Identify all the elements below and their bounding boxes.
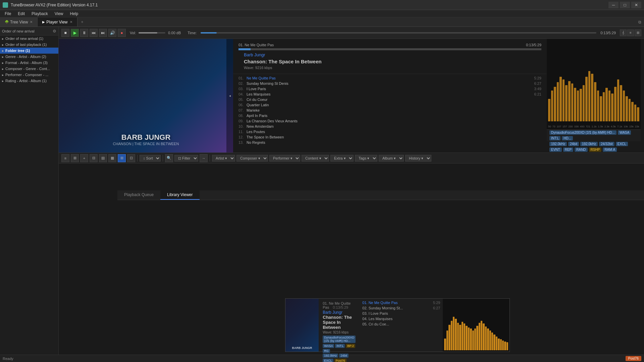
menu-file[interactable]: File xyxy=(1,11,14,17)
menu-help[interactable]: Help xyxy=(67,11,82,17)
track-dur-1: 6:27 xyxy=(534,81,541,85)
art-expand-icon[interactable]: ◂ xyxy=(229,94,231,98)
dsp-badge: DynaudioFocus200XD (1f1 (by AMR) HD... xyxy=(549,130,616,135)
volume-mute-button[interactable]: 🔊 xyxy=(108,29,116,37)
track-info: 01. Ne Me Quitte Pas 0:13/5:29 Barb Jung… xyxy=(233,39,547,74)
arrow-button[interactable]: → xyxy=(200,154,208,162)
track-scrollbar[interactable] xyxy=(641,39,644,153)
mini-spec-bar-1 xyxy=(446,330,448,350)
tree-items: ▸Order of new arrival (1)▸Order of last … xyxy=(0,36,58,84)
track-progress-bar[interactable] xyxy=(238,48,541,50)
track-artist-link[interactable]: Barb Jungr xyxy=(244,52,265,57)
tool-back-button[interactable]: ≡ xyxy=(61,154,69,162)
tool-tiles-button[interactable]: ⊞ xyxy=(118,154,126,162)
extra-buttons: 𝄞 ≡ ⊞ xyxy=(620,29,641,36)
vol-slider[interactable] xyxy=(139,32,165,34)
new-tab-button[interactable]: ＋ xyxy=(77,18,87,26)
spectrum-labels: 50731071572303364937211.1k1.5k2.3k4.5k7.… xyxy=(548,125,639,128)
composer-dropdown[interactable]: Composer ▾ xyxy=(236,155,268,162)
tool-list-button[interactable]: ▤ xyxy=(99,154,107,162)
tree-item-1[interactable]: ▸Order of last playback (1) xyxy=(0,42,58,48)
tree-item-7[interactable]: ▸Rating - Artist - Album (1) xyxy=(0,78,58,84)
track-row-10[interactable]: 11. Les Poutes xyxy=(233,129,547,134)
content-dropdown[interactable]: Content ▾ xyxy=(302,155,329,162)
tool-more-button[interactable]: ⊡ xyxy=(127,154,135,162)
extra-dropdown[interactable]: Extra ▾ xyxy=(330,155,354,162)
tool-add-button[interactable]: + xyxy=(80,154,88,162)
tree-item-5[interactable]: ▸Composer - Genre - Cont... xyxy=(0,66,58,72)
performer-dropdown[interactable]: Performer ▾ xyxy=(269,155,300,162)
tree-item-2[interactable]: ▸Folder tree (1) xyxy=(0,48,58,54)
track-row-3[interactable]: 04. Les Marquises 6:21 xyxy=(233,92,547,97)
filter-dropdown[interactable]: ⊡ Filter xyxy=(174,155,198,162)
time-slider[interactable] xyxy=(201,32,596,34)
album-dropdown[interactable]: Album ▾ xyxy=(379,155,404,162)
track-row-7[interactable]: 08. April In Paris xyxy=(233,113,547,118)
artist-dropdown[interactable]: Artist ▾ xyxy=(212,155,235,162)
tab-tree-view[interactable]: 🌳 Tree View ✕ xyxy=(0,17,38,26)
mini-popup-album: Chanson: The Space In Between xyxy=(323,315,356,330)
mini-track-name-1: 02. Sunday Morning St... xyxy=(362,306,403,310)
history-dropdown[interactable]: History ▾ xyxy=(405,155,431,162)
mini-track-2[interactable]: 03. I Love Paris xyxy=(360,311,443,316)
tab-library-viewer[interactable]: Library Viewer xyxy=(160,190,199,200)
search-button[interactable]: 🔍 xyxy=(165,154,173,162)
track-row-1[interactable]: 02. Sunday Morning St Denis 6:27 xyxy=(233,81,547,86)
record-button[interactable]: ● xyxy=(118,29,126,37)
tree-item-0[interactable]: ▸Order of new arrival (1) xyxy=(0,36,58,42)
tab-library-viewer-label: Library Viewer xyxy=(167,192,193,197)
tree-item-icon-2: ▸ xyxy=(2,49,4,53)
menu-playback[interactable]: Playback xyxy=(28,11,51,17)
minimize-button[interactable]: ─ xyxy=(608,2,619,8)
tree-gear-button[interactable]: ⚙ xyxy=(53,29,56,34)
tab-tree-view-close[interactable]: ✕ xyxy=(30,20,33,24)
tree-item-3[interactable]: ▸Genre - Artist - Album (2) xyxy=(0,54,58,60)
tool-grid-button[interactable]: ⊟ xyxy=(90,154,98,162)
mini-track-3[interactable]: 04. Les Marquises xyxy=(360,316,443,321)
float-button[interactable]: ⧉ xyxy=(636,18,644,26)
tool-expand-button[interactable]: ⊞ xyxy=(71,154,79,162)
list-button[interactable]: ≡ xyxy=(627,29,634,36)
prev-button[interactable]: ⏮ xyxy=(90,29,98,37)
eq-button[interactable]: 𝄞 xyxy=(620,29,627,36)
track-row-4[interactable]: 05. Cri du Coeur xyxy=(233,97,547,102)
track-name-8: La Chanson Des Vieux Amants xyxy=(247,119,541,123)
maximize-button[interactable]: □ xyxy=(620,2,630,8)
pause-button[interactable]: ⏸ xyxy=(80,29,88,37)
close-button[interactable]: ✕ xyxy=(631,2,641,8)
track-row-8[interactable]: 09. La Chanson Des Vieux Amants xyxy=(233,118,547,124)
mini-excl-badge: EXCL xyxy=(323,359,333,362)
tab-player-view[interactable]: ▶ Player View ✕ xyxy=(38,17,77,26)
track-row-12[interactable]: 13. No Regrets xyxy=(233,140,547,145)
tab-tree-view-label: Tree View xyxy=(10,20,28,24)
tab-player-view-close[interactable]: ✕ xyxy=(70,20,72,24)
stop-button[interactable]: ■ xyxy=(61,29,69,37)
track-row-5[interactable]: 06. Quartier Latin xyxy=(233,102,547,108)
menu-view[interactable]: View xyxy=(51,11,67,17)
mini-track-4[interactable]: 05. Cri du Coe... xyxy=(360,321,443,327)
play-button[interactable]: ▶ xyxy=(71,29,79,37)
tree-item-4[interactable]: ▸Format - Artist - Album (3) xyxy=(0,60,58,66)
track-row-9[interactable]: 10. New Amsterdam xyxy=(233,124,547,129)
track-row-11[interactable]: 12. The Space In Between xyxy=(233,134,547,140)
grid-button[interactable]: ⊞ xyxy=(635,29,641,36)
next-button[interactable]: ⏭ xyxy=(99,29,107,37)
tab-playback-queue[interactable]: Playback Queue xyxy=(117,190,160,200)
sort-dropdown[interactable]: ↕ Sort xyxy=(140,155,161,162)
tool-detail-button[interactable]: ▦ xyxy=(108,154,116,162)
spectrum-bar-13 xyxy=(585,77,588,121)
mini-track-0[interactable]: 01. Ne Me Quitte Pas5:29 xyxy=(360,300,443,305)
track-row-0[interactable]: 01. Ne Me Quitte Pas 5:29 xyxy=(233,75,547,81)
evnt-badge: EVNT xyxy=(549,147,562,152)
spectrum-bar-11 xyxy=(580,89,582,121)
toolbar-sep-3 xyxy=(210,155,210,162)
tree-item-6[interactable]: ▸Performer - Composer - ... xyxy=(0,72,58,78)
tab-player-view-label: Player View xyxy=(46,20,67,24)
track-row-6[interactable]: 07. Marieke xyxy=(233,108,547,113)
menu-edit[interactable]: Edit xyxy=(14,11,28,17)
mini-popup-artist[interactable]: Barb Jungr xyxy=(323,310,356,315)
spec-label-0: 50 xyxy=(548,125,551,128)
tags-dropdown[interactable]: Tags ▾ xyxy=(355,155,377,162)
mini-track-1[interactable]: 02. Sunday Morning St...6:27 xyxy=(360,305,443,311)
track-row-2[interactable]: 03. I Love Paris 3:49 xyxy=(233,86,547,92)
